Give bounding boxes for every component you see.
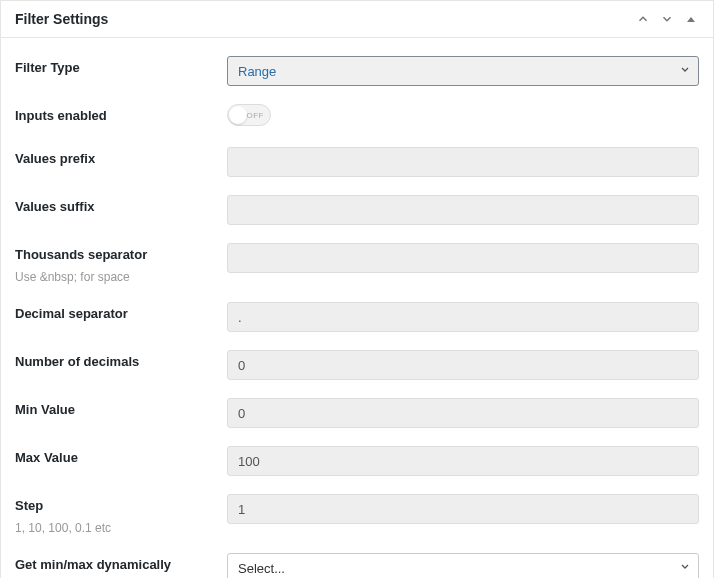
panel-body: Filter Type Range Inputs enabled [1, 38, 713, 578]
min-value-label: Min Value [15, 402, 227, 417]
row-max-value: Max Value [15, 428, 699, 476]
filter-type-select[interactable]: Range [227, 56, 699, 86]
panel-controls [635, 11, 699, 27]
move-up-icon[interactable] [635, 11, 651, 27]
row-decimal-separator: Decimal separator [15, 284, 699, 332]
row-filter-type: Filter Type Range [15, 38, 699, 86]
move-down-icon[interactable] [659, 11, 675, 27]
panel-title: Filter Settings [15, 11, 108, 27]
svg-marker-0 [687, 17, 695, 22]
values-suffix-input[interactable] [227, 195, 699, 225]
values-prefix-label: Values prefix [15, 151, 227, 166]
toggle-knob [229, 106, 247, 124]
get-min-max-dynamically-select[interactable]: Select... [227, 553, 699, 578]
values-prefix-input[interactable] [227, 147, 699, 177]
max-value-input[interactable] [227, 446, 699, 476]
thousands-separator-hint: Use &nbsp; for space [15, 270, 227, 284]
step-hint: 1, 10, 100, 0.1 etc [15, 521, 227, 535]
panel-header: Filter Settings [1, 1, 713, 38]
max-value-label: Max Value [15, 450, 227, 465]
number-of-decimals-label: Number of decimals [15, 354, 227, 369]
decimal-separator-input[interactable] [227, 302, 699, 332]
row-min-value: Min Value [15, 380, 699, 428]
row-values-suffix: Values suffix [15, 177, 699, 225]
row-values-prefix: Values prefix [15, 129, 699, 177]
filter-type-label: Filter Type [15, 60, 227, 75]
filter-settings-panel: Filter Settings Filter Type Range [0, 0, 714, 578]
step-label: Step [15, 498, 227, 513]
step-input[interactable] [227, 494, 699, 524]
row-thousands-separator: Thousands separator Use &nbsp; for space [15, 225, 699, 284]
thousands-separator-input[interactable] [227, 243, 699, 273]
row-inputs-enabled: Inputs enabled OFF [15, 86, 699, 129]
min-value-input[interactable] [227, 398, 699, 428]
decimal-separator-label: Decimal separator [15, 306, 227, 321]
values-suffix-label: Values suffix [15, 199, 227, 214]
get-min-max-dynamically-label: Get min/max dynamically [15, 557, 227, 572]
row-step: Step 1, 10, 100, 0.1 etc [15, 476, 699, 535]
number-of-decimals-input[interactable] [227, 350, 699, 380]
row-get-min-max-dynamically: Get min/max dynamically Select... [15, 535, 699, 578]
toggle-state-text: OFF [247, 111, 265, 120]
inputs-enabled-toggle[interactable]: OFF [227, 104, 271, 126]
inputs-enabled-label: Inputs enabled [15, 108, 227, 123]
row-number-of-decimals: Number of decimals [15, 332, 699, 380]
thousands-separator-label: Thousands separator [15, 247, 227, 262]
collapse-icon[interactable] [683, 11, 699, 27]
